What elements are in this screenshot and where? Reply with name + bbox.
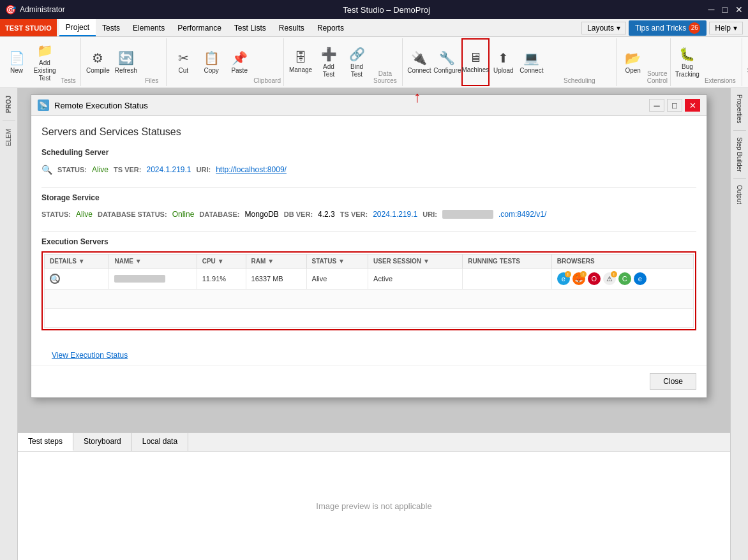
image-preview-text: Image preview is not applicable xyxy=(316,501,431,511)
th-browsers: BROWSERS xyxy=(551,254,693,269)
connect-scheduling-icon: 🔌 xyxy=(411,50,427,66)
bottom-panel: Test steps Storyboard Local data Image p… xyxy=(18,432,730,560)
connect-scheduling-button[interactable]: 🔌 Connect xyxy=(405,38,433,86)
firefox-warn-badge: ! xyxy=(580,271,587,277)
td-details: 🔍 xyxy=(45,269,109,290)
menu-item-testlists[interactable]: Test Lists xyxy=(228,19,273,36)
td-cpu: 11.91% xyxy=(197,269,246,290)
close-dialog-button[interactable]: Close xyxy=(650,373,696,390)
menu-item-project[interactable]: Project xyxy=(59,19,96,36)
sourcecontrol-group-label: Source Control xyxy=(647,70,668,86)
layouts-button[interactable]: Layouts ▾ xyxy=(581,22,626,34)
new-button[interactable]: 📄 New xyxy=(3,38,31,86)
view-link-container: View Execution Status xyxy=(31,351,707,365)
layouts-chevron-icon: ▾ xyxy=(617,24,620,33)
compile-button[interactable]: ⚙ Compile xyxy=(84,38,112,86)
tab-test-steps[interactable]: Test steps xyxy=(18,433,73,451)
connect-source-button[interactable]: 💻 Connect xyxy=(518,38,546,86)
paste-icon: 📌 xyxy=(232,50,248,66)
menu-bar: TEST STUDIO Project Tests Elements Perfo… xyxy=(0,19,748,37)
section-divider-1 xyxy=(41,188,696,188)
sched-ts-ver-value: 2024.1.219.1 xyxy=(146,165,191,174)
menu-item-elements[interactable]: Elements xyxy=(126,19,171,36)
upload-button[interactable]: ⬆ Upload xyxy=(490,38,518,86)
dialog-title-left: 📡 Remote Execution Status xyxy=(38,99,148,111)
menu-item-results[interactable]: Results xyxy=(273,19,311,36)
dialog-title-bar: 📡 Remote Execution Status ─ □ ✕ xyxy=(31,95,707,116)
menu-item-reports[interactable]: Reports xyxy=(311,19,350,36)
menu-item-tests[interactable]: Tests xyxy=(96,19,126,36)
td-name xyxy=(109,269,197,290)
cut-button[interactable]: ✂ Cut xyxy=(169,38,197,86)
output-sidebar-label[interactable]: Output xyxy=(736,181,743,208)
toolbar-group-clipboard: ✂ Cut 📋 Copy 📌 Paste Clipboard xyxy=(167,38,284,86)
bind-test-icon: 🔗 xyxy=(349,47,365,62)
chrome-warn-badge: ! xyxy=(611,271,617,277)
manage-label: Manage xyxy=(289,66,312,74)
add-existing-label: Add ExistingTest xyxy=(34,59,56,82)
user-label: Administrator xyxy=(20,5,65,14)
dialog-close-button[interactable]: ✕ xyxy=(685,99,700,112)
bind-test-button[interactable]: 🔗 BindTest xyxy=(343,38,371,86)
storage-status-value: Alive xyxy=(76,210,93,219)
open-button[interactable]: 📂 Open xyxy=(619,38,647,86)
storage-uri-suffix: .com:8492/v1/ xyxy=(498,210,546,219)
close-button[interactable]: ✕ xyxy=(735,4,743,15)
bug-tracking-label: BugTracking xyxy=(675,63,699,78)
storage-database-value: MongoDB xyxy=(244,210,278,219)
section-divider-2 xyxy=(41,232,696,232)
add-existing-test-button[interactable]: 📁 Add ExistingTest xyxy=(31,38,59,86)
help-button[interactable]: Help ▾ xyxy=(709,22,743,34)
view-execution-link[interactable]: View Execution Status xyxy=(41,346,138,360)
settings-button[interactable]: ⚙ Settings xyxy=(745,38,748,86)
copy-button[interactable]: 📋 Copy xyxy=(197,38,225,86)
add-test-button[interactable]: ➕ AddTest xyxy=(315,38,343,86)
tips-button[interactable]: Tips and Tricks 26 xyxy=(629,20,707,36)
manage-button[interactable]: 🗄 Manage xyxy=(287,38,315,86)
tab-local-data[interactable]: Local data xyxy=(132,433,188,451)
properties-sidebar-label[interactable]: Properties xyxy=(736,91,743,128)
storage-db-status-label: DATABASE STATUS: xyxy=(98,210,167,218)
execution-table: DETAILS ▼ NAME ▼ CPU ▼ RAM ▼ STATUS ▼ US… xyxy=(44,254,694,328)
help-label: Help xyxy=(715,24,731,33)
toolbar-group-tests: 📄 New 📁 Add ExistingTest Tests xyxy=(0,38,81,86)
storage-ts-ver-label: TS VER: xyxy=(340,210,368,218)
refresh-button[interactable]: 🔄 Refresh xyxy=(112,38,140,86)
tips-label: Tips and Tricks xyxy=(635,24,686,33)
th-running-tests: RUNNING TESTS xyxy=(463,254,552,269)
step-builder-sidebar-label[interactable]: Step Builder xyxy=(736,133,743,175)
execution-table-container: DETAILS ▼ NAME ▼ CPU ▼ RAM ▼ STATUS ▼ US… xyxy=(41,251,696,330)
execution-servers-section: Execution Servers DETAILS ▼ NAME ▼ CPU ▼… xyxy=(41,237,696,330)
menu-bar-right: Layouts ▾ Tips and Tricks 26 Help ▾ xyxy=(581,20,748,36)
menu-item-performance[interactable]: Performance xyxy=(171,19,228,36)
machines-button[interactable]: 🖥 Machines xyxy=(461,38,490,86)
elem-sidebar-label: ELEM xyxy=(5,124,12,151)
toolbar-group-datasources: 🗄 Manage ➕ AddTest 🔗 BindTest Data Sourc… xyxy=(284,38,403,86)
sched-status-value: Alive xyxy=(92,165,108,174)
storage-service-row: STATUS: Alive DATABASE STATUS: Online DA… xyxy=(41,207,696,221)
main-area: PROJ ELEM ↑ 📡 Remote Execution Status ─ … xyxy=(0,88,748,560)
sidebar-divider xyxy=(3,121,15,121)
toolbar: 📄 New 📁 Add ExistingTest Tests ⚙ Compile… xyxy=(0,37,748,88)
title-controls: ─ □ ✕ xyxy=(708,4,743,15)
new-icon: 📄 xyxy=(9,50,25,66)
row-detail-icon[interactable]: 🔍 xyxy=(50,274,60,284)
connect-source-label: Connect xyxy=(520,67,543,75)
compile-label: Compile xyxy=(86,67,110,75)
ie-browser-icon: e ! xyxy=(557,272,570,285)
sched-ts-ver-label: TS VER: xyxy=(114,166,141,173)
maximize-button[interactable]: □ xyxy=(722,4,728,15)
storage-db-status-value: Online xyxy=(172,210,195,219)
tab-storyboard[interactable]: Storyboard xyxy=(73,433,132,451)
configure-button[interactable]: 🔧 Configure xyxy=(433,38,461,86)
sched-uri-value[interactable]: http://localhost:8009/ xyxy=(216,165,287,174)
cut-icon: ✂ xyxy=(178,50,189,66)
th-status: STATUS ▼ xyxy=(306,254,368,269)
paste-button[interactable]: 📌 Paste xyxy=(225,38,253,86)
dialog-minimize-button[interactable]: ─ xyxy=(649,99,664,112)
dialog-maximize-button[interactable]: □ xyxy=(667,99,682,112)
bug-tracking-button[interactable]: 🐛 BugTracking xyxy=(673,38,701,86)
storage-status-label: STATUS: xyxy=(41,210,71,218)
minimize-button[interactable]: ─ xyxy=(708,4,715,15)
open-label: Open xyxy=(625,67,640,75)
